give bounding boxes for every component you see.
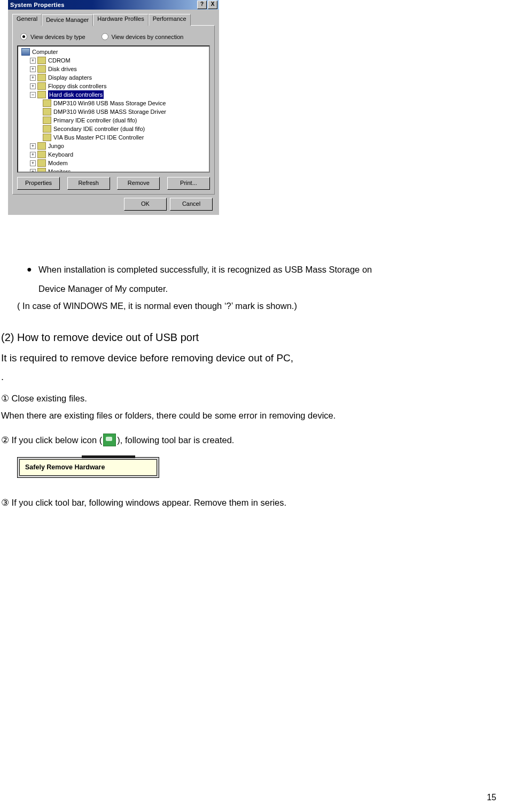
properties-button[interactable]: Properties — [17, 177, 60, 190]
tree-node-cdrom[interactable]: + CDROM — [19, 56, 208, 65]
tree-label: DMP310 Win98 USB MASS Storage Driver — [53, 107, 166, 116]
expand-icon[interactable]: + — [30, 169, 36, 173]
tree-node-computer[interactable]: Computer — [19, 48, 208, 56]
tab-pane: View devices by type View devices by con… — [12, 25, 215, 195]
expand-icon[interactable]: + — [30, 160, 36, 166]
bullet-item: ● When installation is completed success… — [1, 262, 503, 277]
tree-label: Secondary IDE controller (dual fifo) — [53, 125, 145, 133]
document-body: ● When installation is completed success… — [1, 262, 503, 510]
tree-node-hdd-controllers[interactable]: − Hard disk controllers — [19, 90, 208, 99]
cancel-button[interactable]: Cancel — [170, 198, 213, 211]
expand-icon[interactable]: + — [30, 66, 36, 72]
tree-label: Display adapters — [48, 73, 92, 82]
page: System Properties ? X General Device Man… — [0, 0, 507, 812]
paren-note: ( In case of WINDOWS ME, it is normal ev… — [1, 298, 503, 313]
ok-button[interactable]: OK — [124, 198, 167, 211]
tree-node-child[interactable]: DMP310 Win98 USB Mass Storage Device — [19, 99, 208, 107]
radio-label: View devices by connection — [112, 34, 184, 40]
print-button[interactable]: Print... — [167, 177, 210, 190]
tree-node-keyboard[interactable]: + Keyboard — [19, 150, 208, 159]
tree-label-selected: Hard disk controllers — [48, 90, 104, 99]
tree-label: Keyboard — [48, 150, 73, 159]
page-number: 15 — [487, 793, 496, 802]
section-lead: It is required to remove device before r… — [1, 350, 503, 367]
expand-icon[interactable]: + — [30, 58, 36, 64]
expand-icon[interactable]: + — [30, 152, 36, 158]
tree-node-child[interactable]: VIA Bus Master PCI IDE Controller — [19, 133, 208, 142]
step-2: ② If you click below icon ( ), following… — [1, 432, 503, 447]
tree-label: CDROM — [48, 56, 71, 65]
titlebar: System Properties ? X — [8, 0, 219, 10]
step-1-body: When there are existing files or folders… — [1, 408, 503, 423]
device-icon — [43, 134, 51, 141]
step-3: ③ If you click tool bar, following windo… — [1, 495, 503, 510]
section-dot: . — [1, 369, 503, 385]
device-icon — [43, 108, 51, 115]
collapse-icon[interactable]: − — [30, 92, 36, 98]
radio-label: View devices by type — [30, 34, 85, 40]
system-properties-dialog: System Properties ? X General Device Man… — [8, 0, 219, 215]
tab-strip: General Device Manager Hardware Profiles… — [12, 14, 215, 26]
device-icon — [43, 117, 51, 124]
radio-dot-icon — [20, 33, 27, 40]
step-1-head: ① Close existing files. — [1, 391, 503, 406]
tree-node-monitors[interactable]: + Monitors — [19, 167, 208, 173]
tree-label: VIA Bus Master PCI IDE Controller — [53, 133, 144, 142]
device-icon — [43, 99, 51, 107]
expand-icon[interactable]: + — [30, 143, 36, 149]
tree-label: Computer — [32, 48, 58, 56]
step-2-text-a: ② If you click below icon ( — [1, 432, 102, 447]
help-icon[interactable]: ? — [197, 1, 207, 9]
view-mode-radios: View devices by type View devices by con… — [17, 31, 210, 45]
tree-node-child[interactable]: Secondary IDE controller (dual fifo) — [19, 125, 208, 133]
tree-node-jungo[interactable]: + Jungo — [19, 142, 208, 150]
tab-device-manager[interactable]: Device Manager — [42, 14, 93, 26]
device-icon — [37, 159, 46, 167]
section-heading: (2) How to remove device out of USB port — [1, 328, 503, 346]
device-icon — [37, 57, 46, 64]
tree-node-floppy[interactable]: + Floppy disk controllers — [19, 82, 208, 90]
button-row: Properties Refresh Remove Print... — [17, 177, 210, 190]
tree-label: Monitors — [48, 167, 71, 173]
bullet-icon: ● — [27, 262, 38, 277]
expand-icon[interactable]: + — [30, 83, 36, 89]
dialog-body: General Device Manager Hardware Profiles… — [8, 10, 219, 215]
titlebar-text: System Properties — [10, 2, 196, 8]
radio-view-by-connection[interactable]: View devices by connection — [102, 33, 184, 40]
tray-eject-icon — [103, 434, 116, 446]
tree-node-disk-drives[interactable]: + Disk drives — [19, 65, 208, 73]
device-tree[interactable]: Computer + CDROM + Disk drives + — [17, 45, 210, 173]
close-icon[interactable]: X — [208, 1, 217, 9]
device-icon — [37, 74, 46, 81]
step-2-text-b: ), following tool bar is created. — [117, 432, 234, 447]
tree-node-child[interactable]: Primary IDE controller (dual fifo) — [19, 116, 208, 125]
device-icon — [37, 142, 46, 150]
tree-label: Floppy disk controllers — [48, 82, 106, 90]
tree-label: Modem — [48, 159, 68, 167]
bullet-text-line2: Device Manager of My computer. — [1, 281, 503, 296]
device-icon — [37, 65, 46, 73]
tooltip-text: Safely Remove Hardware — [19, 459, 157, 476]
tree-node-modem[interactable]: + Modem — [19, 159, 208, 167]
tree-label: Primary IDE controller (dual fifo) — [53, 116, 137, 125]
computer-icon — [21, 48, 30, 56]
tree-label: DMP310 Win98 USB Mass Storage Device — [53, 99, 166, 107]
tree-label: Jungo — [48, 142, 64, 150]
device-icon — [43, 125, 51, 133]
remove-button[interactable]: Remove — [117, 177, 160, 190]
tab-hardware-profiles[interactable]: Hardware Profiles — [93, 14, 148, 26]
device-icon — [37, 91, 46, 98]
device-icon — [37, 82, 46, 90]
radio-dot-icon — [102, 33, 108, 40]
tree-node-child[interactable]: DMP310 Win98 USB MASS Storage Driver — [19, 107, 208, 116]
tab-general[interactable]: General — [12, 14, 42, 26]
tree-label: Disk drives — [48, 65, 77, 73]
device-icon — [37, 168, 46, 173]
radio-view-by-type[interactable]: View devices by type — [20, 33, 85, 40]
dialog-ok-row: OK Cancel — [12, 195, 215, 212]
tooltip-screenshot: Safely Remove Hardware — [17, 457, 159, 478]
tree-node-display-adapters[interactable]: + Display adapters — [19, 73, 208, 82]
refresh-button[interactable]: Refresh — [67, 177, 110, 190]
expand-icon[interactable]: + — [30, 75, 36, 81]
tab-performance[interactable]: Performance — [149, 14, 191, 26]
